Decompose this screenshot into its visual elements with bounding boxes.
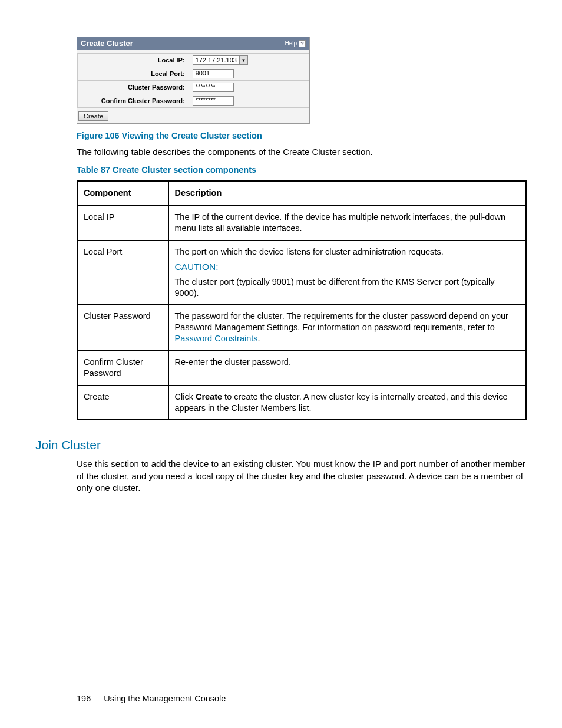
desc-pre: The password for the cluster. The requir… bbox=[175, 311, 508, 332]
comp-cell: Cluster Password bbox=[77, 305, 168, 351]
create-button[interactable]: Create bbox=[78, 111, 108, 121]
comp-cell: Confirm Cluster Password bbox=[77, 350, 168, 385]
row-local-ip: Local IP: 172.17.21.103 ▼ bbox=[78, 54, 309, 67]
desc-cell: Click Create to create the cluster. A ne… bbox=[168, 385, 526, 420]
desc-cell: The IP of the current device. If the dev… bbox=[168, 205, 526, 240]
footer-title: Using the Management Console bbox=[104, 694, 226, 703]
comp-cell: Local IP bbox=[77, 205, 168, 240]
header-component: Component bbox=[77, 181, 168, 205]
cluster-pw-input[interactable]: ******** bbox=[193, 83, 234, 92]
desc-cell: The port on which the device listens for… bbox=[168, 240, 526, 305]
row-local-port: Local Port: 9001 bbox=[78, 67, 309, 81]
form-table: Local IP: 172.17.21.103 ▼ Local Port: 90… bbox=[77, 53, 309, 108]
table-header-row: Component Description bbox=[77, 181, 526, 205]
help-link[interactable]: Help ? bbox=[285, 40, 306, 47]
caution-label: CAUTION: bbox=[175, 261, 520, 273]
table-row: Local IP The IP of the current device. I… bbox=[77, 205, 526, 240]
components-table: Component Description Local IP The IP of… bbox=[77, 180, 527, 420]
table-row: Local Port The port on which the device … bbox=[77, 240, 526, 305]
comp-cell: Create bbox=[77, 385, 168, 420]
page-number: 196 bbox=[77, 694, 91, 703]
desc-post: . bbox=[258, 334, 260, 343]
header-description: Description bbox=[168, 181, 526, 205]
figure-caption: Figure 106 Viewing the Create Cluster se… bbox=[77, 131, 527, 140]
button-row: Create bbox=[77, 108, 309, 123]
table-row: Cluster Password The password for the cl… bbox=[77, 305, 526, 351]
confirm-pw-label: Confirm Cluster Password: bbox=[78, 94, 189, 108]
intro-paragraph: The following table describes the compon… bbox=[77, 146, 527, 158]
table-row: Create Click Create to create the cluste… bbox=[77, 385, 526, 420]
panel-title: Create Cluster bbox=[81, 39, 133, 48]
password-constraints-link[interactable]: Password Constraints bbox=[175, 334, 258, 343]
comp-cell: Local Port bbox=[77, 240, 168, 305]
table-row: Confirm Cluster Password Re-enter the cl… bbox=[77, 350, 526, 385]
table-caption: Table 87 Create Cluster section componen… bbox=[77, 165, 527, 174]
desc-pre: Click bbox=[175, 392, 196, 401]
desc-cell: The password for the cluster. The requir… bbox=[168, 305, 526, 351]
confirm-pw-input[interactable]: ******** bbox=[193, 96, 234, 106]
desc-post: to create the cluster. A new cluster key… bbox=[175, 392, 508, 413]
page-footer: 196 Using the Management Console bbox=[77, 694, 226, 703]
join-cluster-heading: Join Cluster bbox=[35, 438, 527, 452]
desc-line2: The cluster port (typically 9001) must b… bbox=[175, 276, 520, 299]
help-label: Help bbox=[285, 40, 297, 47]
desc-line1: The port on which the device listens for… bbox=[175, 246, 520, 258]
local-ip-select[interactable]: 172.17.21.103 ▼ bbox=[193, 55, 248, 65]
local-port-label: Local Port: bbox=[78, 67, 189, 81]
cluster-pw-label: Cluster Password: bbox=[78, 81, 189, 94]
desc-cell: Re-enter the cluster password. bbox=[168, 350, 526, 385]
local-ip-label: Local IP: bbox=[78, 54, 189, 67]
help-icon: ? bbox=[299, 40, 306, 47]
chevron-down-icon: ▼ bbox=[239, 56, 247, 64]
join-cluster-body: Use this section to add the device to an… bbox=[77, 458, 530, 494]
create-bold: Create bbox=[196, 392, 222, 401]
create-cluster-panel: Create Cluster Help ? Local IP: 172.17.2… bbox=[77, 37, 310, 124]
row-confirm-password: Confirm Cluster Password: ******** bbox=[78, 94, 309, 108]
row-cluster-password: Cluster Password: ******** bbox=[78, 81, 309, 94]
local-ip-value: 172.17.21.103 bbox=[193, 57, 239, 64]
panel-header: Create Cluster Help ? bbox=[77, 37, 309, 50]
local-port-input[interactable]: 9001 bbox=[193, 69, 234, 78]
